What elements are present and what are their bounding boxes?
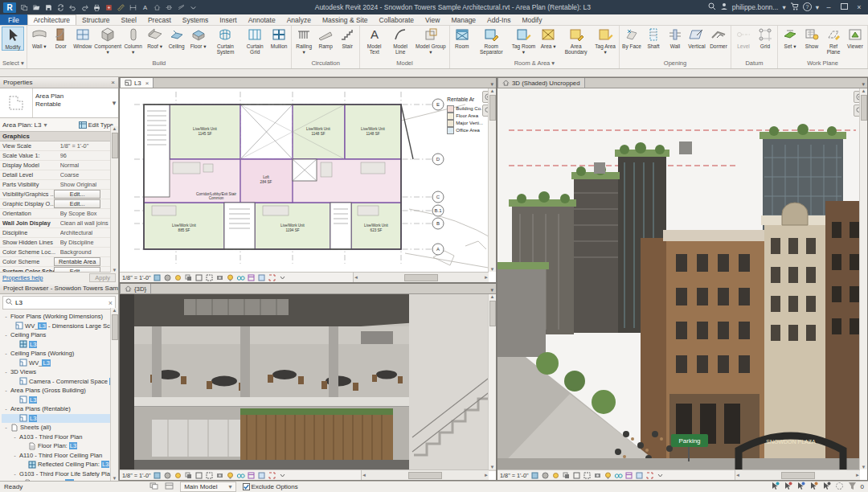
property-value[interactable]: By Scope Box	[60, 210, 110, 217]
area-plan-canvas[interactable]: E D C B.1 B A Live/Work Unit 1145 SF Liv…	[120, 88, 497, 273]
curtain-system-button[interactable]: Curtain System	[210, 27, 242, 55]
door-button[interactable]: Door	[51, 27, 72, 49]
tab-add-ins[interactable]: Add-Ins	[481, 14, 516, 25]
exterior-vscrollbar[interactable]: ▲▼	[859, 88, 867, 469]
panel-label-room-area[interactable]: Room & Area ▾	[450, 59, 619, 68]
graphics-section-header[interactable]: Graphics	[2, 133, 30, 140]
viewport-area-plan[interactable]: L3 × ▾	[119, 77, 497, 283]
vertical-button[interactable]: Vertical	[686, 27, 707, 49]
tag-room-button[interactable]: Tag Room ▾	[510, 27, 537, 55]
browser-item-ceiling-plans-working[interactable]: -Ceiling Plans (Working)	[2, 349, 118, 359]
close-view-icon[interactable]: ×	[145, 80, 149, 87]
property-row-orientation[interactable]: OrientationBy Scope Box	[0, 209, 110, 219]
tab-systems[interactable]: Systems	[177, 14, 215, 25]
wall-button[interactable]: Wall ▾	[29, 27, 50, 49]
expander-icon[interactable]: -	[3, 368, 9, 375]
tab-manage[interactable]: Manage	[445, 14, 481, 25]
filter-icon[interactable]	[848, 482, 857, 492]
shadows-icon[interactable]	[562, 471, 571, 480]
property-row-scale-value-1[interactable]: Scale Value 1:96	[0, 151, 110, 161]
camera-icon[interactable]	[593, 471, 602, 480]
tab-massing-site[interactable]: Massing & Site	[317, 14, 374, 25]
view-tab-l3[interactable]: L3 ×	[120, 77, 154, 88]
tab-structure[interactable]: Structure	[76, 14, 116, 25]
temporary-view-properties-icon[interactable]	[247, 273, 256, 282]
browser-item-ceiling-plans[interactable]: -Ceiling Plans	[2, 330, 118, 340]
help-icon[interactable]: ?	[803, 2, 812, 13]
render-icon[interactable]	[541, 471, 550, 480]
apply-button[interactable]: Apply	[89, 273, 116, 282]
panel-label-work-plane[interactable]: Work Plane	[778, 59, 867, 68]
property-row-color-scheme[interactable]: Color SchemeRentable Area	[0, 257, 110, 267]
property-value[interactable]: Normal	[60, 162, 110, 169]
plan-vscrollbar[interactable]: ▲▼	[488, 88, 496, 272]
undo-icon[interactable]	[68, 3, 77, 12]
worksharing-display-icon[interactable]	[257, 273, 266, 282]
browser-item-floor-plans-working-dimensions[interactable]: -Floor Plans (Working Dimensions)	[2, 312, 118, 322]
browser-item-a110-third-floor-ceiling-plan[interactable]: -A110 - Third Floor Ceiling Plan	[2, 451, 118, 461]
property-button[interactable]: Rentable Area	[54, 257, 100, 266]
crop-view-icon[interactable]	[572, 471, 581, 480]
view-tab-overflow-icon[interactable]: ▾	[490, 81, 493, 88]
view-tab-overflow-icon[interactable]: ▾	[490, 287, 493, 293]
minimize-button[interactable]: –	[823, 3, 834, 11]
browser-item-g103-third-floor-life-safety-plan[interactable]: -G103 - Third Floor Life Safety Plan	[2, 469, 118, 479]
browser-scrollbar[interactable]: ▲▼	[110, 308, 118, 481]
property-row-discipline[interactable]: DisciplineArchitectural	[0, 228, 110, 238]
show-crop-icon[interactable]	[205, 471, 214, 480]
temporary-hide-icon[interactable]	[236, 273, 245, 282]
area-boundary-button[interactable]: Area Boundary	[559, 27, 592, 55]
reveal-hidden-icon[interactable]	[226, 471, 235, 480]
help-menu-caret[interactable]: ▾	[816, 3, 819, 11]
property-value[interactable]: 96	[60, 152, 110, 159]
sun-path-icon[interactable]	[551, 471, 560, 480]
selection-box-icon[interactable]	[645, 471, 654, 480]
tab-steel[interactable]: Steel	[116, 14, 142, 25]
by-face-button[interactable]: By Face	[621, 27, 642, 49]
plan-hscrollbar[interactable]: ◄►	[353, 272, 489, 282]
property-value[interactable]: Show Original	[60, 181, 110, 188]
select-underlay-icon[interactable]	[796, 482, 805, 492]
ramp-button[interactable]: Ramp	[315, 27, 336, 49]
ref-plane-button[interactable]: Ref Plane	[823, 27, 844, 55]
more-icon[interactable]	[656, 471, 665, 480]
browser-search-input[interactable]	[15, 299, 106, 306]
room-button[interactable]: Room	[452, 27, 473, 49]
property-row-parts-visibility[interactable]: Parts VisibilityShow Original	[0, 180, 110, 190]
property-value[interactable]: Clean all wall joins	[60, 219, 110, 227]
select-links-icon[interactable]	[771, 482, 780, 492]
property-row-display-model[interactable]: Display ModelNormal	[0, 161, 110, 170]
search-icon[interactable]	[708, 2, 716, 12]
browser-item-sheets-all[interactable]: -Sheets (all)	[2, 423, 118, 433]
visual-style-icon[interactable]	[153, 273, 162, 282]
browser-item-a103-third-floor-plan[interactable]: -A103 - Third Floor Plan	[2, 433, 118, 442]
more-icon[interactable]	[278, 273, 287, 282]
expander-icon[interactable]: -	[3, 350, 9, 357]
shadows-icon[interactable]	[184, 471, 193, 480]
select-elements-by-face-icon[interactable]	[809, 482, 818, 492]
property-row-visibility-graphics[interactable]: Visibility/Graphics ...Edit...	[0, 190, 110, 199]
user-menu-caret[interactable]: ▾	[782, 3, 785, 11]
signed-in-user[interactable]: philippe.bonn...	[732, 3, 779, 11]
show-button[interactable]: Show	[801, 27, 822, 49]
type-selector-caret[interactable]: ▾	[110, 88, 118, 117]
selection-box-icon[interactable]	[268, 471, 276, 480]
type-selector[interactable]: Area Plan Rentable ▾	[0, 88, 118, 118]
more-icon[interactable]	[278, 471, 287, 480]
properties-help-link[interactable]: Properties help	[2, 274, 43, 281]
sync-icon[interactable]	[56, 3, 65, 12]
visual-style-icon[interactable]	[530, 471, 539, 480]
properties-scrollbar[interactable]: ▲▼	[110, 126, 118, 273]
interior-vscrollbar[interactable]: ▲▼	[488, 294, 496, 469]
section-icon[interactable]	[165, 3, 174, 12]
revit-logo[interactable]: R	[3, 2, 16, 13]
drag-elements-icon[interactable]	[822, 482, 831, 492]
curtain-grid-button[interactable]: Curtain Grid	[242, 27, 268, 55]
expander-icon[interactable]: -	[12, 452, 18, 459]
exclude-options-checkbox[interactable]: Exclude Options	[243, 483, 298, 490]
redo-icon[interactable]	[80, 3, 89, 12]
temporary-view-properties-icon[interactable]	[624, 471, 633, 480]
tab-modify[interactable]: Modify	[516, 14, 547, 25]
crop-view-icon[interactable]	[194, 471, 203, 480]
visual-style-icon[interactable]	[153, 471, 162, 480]
